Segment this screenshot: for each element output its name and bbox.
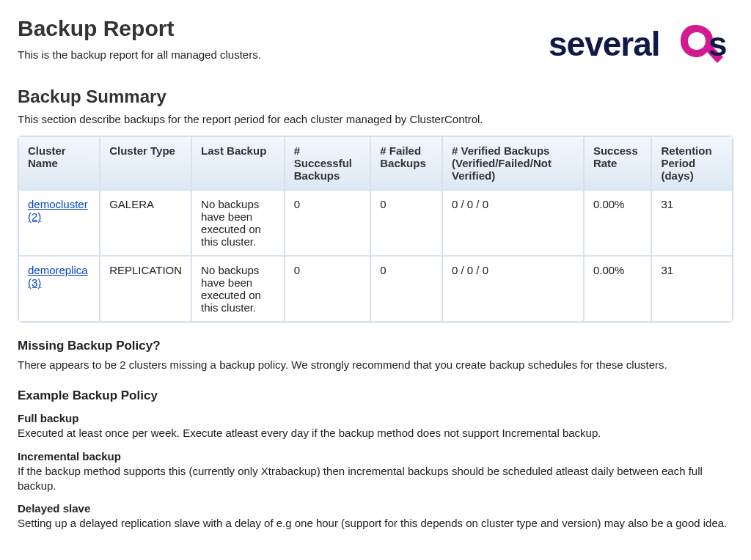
cell-verified: 0 / 0 / 0 xyxy=(442,190,584,256)
table-row: democluster (2) GALERA No backups have b… xyxy=(18,190,733,256)
example-policy-heading: Example Backup Policy xyxy=(18,388,733,403)
svg-text:s: s xyxy=(708,25,727,63)
policy-item-text: Setting up a delayed replication slave w… xyxy=(18,516,733,531)
cell-cluster-type: GALERA xyxy=(100,190,191,256)
policy-item-title: Full backup xyxy=(18,412,733,424)
policy-item-title: Incremental backup xyxy=(18,450,733,463)
cell-last-backup: No backups have been executed on this cl… xyxy=(191,190,285,256)
summary-heading: Backup Summary xyxy=(18,86,733,107)
summary-desc: This section describe backups for the re… xyxy=(18,113,733,125)
cell-retention: 31 xyxy=(651,190,733,256)
col-successful: # Successful Backups xyxy=(285,136,370,190)
brand-logo: several s xyxy=(549,19,732,73)
cell-success-rate: 0.00% xyxy=(584,256,652,322)
cell-success-rate: 0.00% xyxy=(584,190,652,256)
cell-cluster-type: REPLICATION xyxy=(100,256,191,322)
page-title: Backup Report xyxy=(18,16,261,41)
cell-successful: 0 xyxy=(285,256,370,322)
backup-table: Cluster Name Cluster Type Last Backup # … xyxy=(18,136,733,323)
col-success-rate: Success Rate xyxy=(584,136,652,190)
cluster-link[interactable]: demoreplica (3) xyxy=(28,264,88,289)
cell-failed: 0 xyxy=(370,190,442,256)
col-verified: # Verified Backups (Verified/Failed/Not … xyxy=(442,136,584,190)
missing-policy-text: There appears to be 2 clusters missing a… xyxy=(18,358,733,372)
cell-failed: 0 xyxy=(370,256,442,322)
cell-retention: 31 xyxy=(651,256,733,322)
cell-successful: 0 xyxy=(285,190,370,256)
svg-text:several: several xyxy=(549,25,660,63)
col-retention: Retention Period (days) xyxy=(651,136,733,190)
intro-text: This is the backup report for all manage… xyxy=(18,48,261,61)
cell-verified: 0 / 0 / 0 xyxy=(442,256,584,322)
col-failed: # Failed Backups xyxy=(370,136,442,190)
col-cluster-type: Cluster Type xyxy=(100,136,191,190)
col-last-backup: Last Backup xyxy=(191,136,285,190)
missing-policy-heading: Missing Backup Policy? xyxy=(18,339,733,353)
col-cluster-name: Cluster Name xyxy=(18,136,100,190)
policy-item-text: If the backup method supports this (curr… xyxy=(18,464,733,494)
cluster-link[interactable]: democluster (2) xyxy=(28,198,88,223)
policy-item-title: Delayed slave xyxy=(18,502,733,515)
policy-item-text: Executed at least once per week. Execute… xyxy=(18,426,733,441)
cell-last-backup: No backups have been executed on this cl… xyxy=(191,256,285,322)
table-row: demoreplica (3) REPLICATION No backups h… xyxy=(18,256,733,322)
